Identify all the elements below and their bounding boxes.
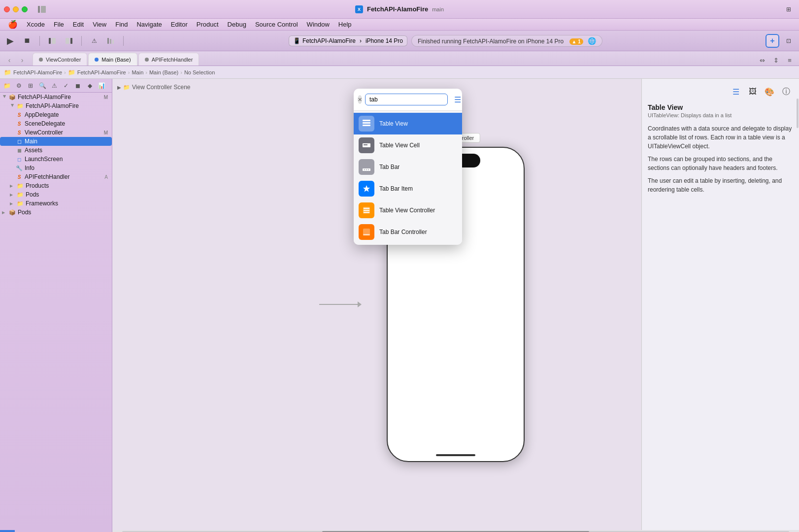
breadcrumb-item-3[interactable]: Main — [132, 69, 143, 75]
svg-rect-3 — [52, 38, 56, 44]
menu-help[interactable]: Help — [334, 20, 356, 29]
tab-viewcontroller[interactable]: ViewController — [33, 53, 87, 66]
maximize-button[interactable] — [22, 6, 28, 12]
close-button[interactable] — [4, 6, 10, 12]
obj-lib-close-button[interactable]: ✕ — [358, 95, 362, 104]
apifetch-badge: A — [104, 174, 108, 180]
apifetch-icon: S — [16, 173, 23, 180]
code-coverage-icon[interactable] — [104, 34, 117, 47]
sidebar-item-frameworks[interactable]: ▶ 📁 Frameworks — [0, 199, 112, 208]
split-editor-horizontal-icon[interactable]: ⇔ — [757, 55, 767, 66]
inspector-layout-icon[interactable]: ⊡ — [782, 34, 795, 47]
sidebar-item-pods[interactable]: ▶ 📁 Pods — [0, 190, 112, 199]
sidebar-toggle-icon[interactable] — [35, 3, 48, 16]
desc-image-view-btn[interactable]: 🖼 — [746, 85, 760, 99]
menu-find[interactable]: Find — [111, 20, 132, 29]
menu-file[interactable]: File — [50, 20, 68, 29]
tab-label-api: APIFetchHandler — [152, 57, 193, 63]
breadcrumb-item-2[interactable]: FetchAPI-AlamoFire — [77, 69, 126, 75]
breadcrumb-sep-4: › — [180, 69, 182, 75]
desc-filter-btn[interactable]: 🎨 — [763, 85, 776, 99]
show-warnings-icon[interactable]: ⚠ — [88, 34, 100, 47]
project-label: FetchAPI-AlamoFire — [26, 102, 108, 109]
storyboard-canvas[interactable]: ▶ 📁 View Controller Scene View Controlle… — [112, 79, 799, 530]
sidebar-item-scenedelegate[interactable]: S SceneDelegate — [0, 119, 112, 128]
obj-lib-item-table-view[interactable]: Table View — [354, 113, 462, 134]
obj-lib-grid-view-btn[interactable]: ☰ — [451, 93, 462, 106]
svg-marker-18 — [363, 185, 370, 192]
breadcrumb-sep-1: › — [64, 69, 66, 75]
add-library-button[interactable]: + — [766, 34, 779, 48]
menu-navigate[interactable]: Navigate — [133, 20, 166, 29]
svg-rect-10 — [363, 122, 370, 124]
menu-edit[interactable]: Edit — [69, 20, 88, 29]
scheme-selector[interactable]: 📱 FetchAPI-AlamoFire › iPhone 14 Pro — [289, 35, 407, 46]
vc-badge: M — [104, 130, 108, 135]
sidebar-item-root[interactable]: ▶ 📦 FetchAPI-AlamoFire M — [0, 93, 112, 101]
apple-menu[interactable]: 🍎 — [4, 20, 22, 29]
split-editor-vertical-icon[interactable]: ⇕ — [770, 55, 781, 66]
svg-rect-2 — [49, 38, 51, 44]
tab-apifetchhandler[interactable]: APIFetchHandler — [138, 53, 200, 66]
nav-forward-icon[interactable]: › — [17, 55, 28, 66]
sidebar-item-project[interactable]: ▶ 📁 FetchAPI-AlamoFire — [0, 101, 112, 110]
svg-rect-5 — [70, 38, 72, 44]
scene-disclosure[interactable]: ▶ 📁 View Controller Scene — [117, 84, 191, 91]
menu-view[interactable]: View — [89, 20, 110, 29]
nav-breakpoint-icon[interactable]: ◆ — [85, 81, 95, 91]
minimize-button[interactable] — [13, 6, 19, 12]
stop-button[interactable]: ■ — [21, 34, 33, 47]
menu-product[interactable]: Product — [193, 20, 223, 29]
menu-debug[interactable]: Debug — [224, 20, 250, 29]
title-bar: X FetchAPI-AlamoFire main ⊞ — [0, 0, 799, 19]
obj-lib-item-tab-bar-item[interactable]: Tab Bar Item — [354, 178, 462, 200]
obj-lib-item-table-view-controller[interactable]: Table View Controller — [354, 200, 462, 221]
nav-find-icon[interactable]: 🔍 — [37, 81, 47, 91]
sidebar-item-appdelegate[interactable]: S AppDelegate — [0, 110, 112, 119]
main-layout: 📁 ⚙ ⊞ 🔍 ⚠ ✓ ◼ ◆ 📊 ▶ 📦 FetchAPI-AlamoFire… — [0, 79, 799, 532]
sidebar-item-info[interactable]: 🔧 Info — [0, 164, 112, 172]
desc-list-view-btn[interactable]: ☰ — [729, 85, 743, 99]
nav-file-icon[interactable]: 📁 — [2, 81, 12, 91]
sidebar-item-pods-root[interactable]: ▶ 📦 Pods — [0, 208, 112, 217]
assets-label: Assets — [25, 147, 108, 154]
title-bar-right: ⊞ — [782, 3, 795, 16]
nav-test-icon[interactable]: ✓ — [61, 81, 71, 91]
svg-point-15 — [364, 169, 365, 170]
sidebar-item-viewcontroller[interactable]: S ViewController M — [0, 128, 112, 137]
breadcrumb-item-1[interactable]: FetchAPI-AlamoFire — [13, 69, 62, 75]
toggle-navigator-icon[interactable] — [46, 34, 59, 47]
expand-root-icon: ▶ — [2, 95, 7, 100]
nav-source-icon[interactable]: ⚙ — [14, 81, 24, 91]
desc-body: Coordinates with a data source and deleg… — [648, 124, 793, 194]
canvas-horizontal-scrollbar[interactable] — [112, 530, 799, 532]
products-folder-icon: 📁 — [17, 182, 24, 189]
tab-main-base[interactable]: Main (Base) — [88, 53, 137, 66]
nav-issue-icon[interactable]: ⚠ — [49, 81, 59, 91]
obj-lib-item-tab-bar[interactable]: Tab Bar — [354, 156, 462, 178]
obj-lib-item-tab-bar-controller[interactable]: Tab Bar Controller — [354, 221, 462, 243]
sidebar-item-products[interactable]: ▶ 📁 Products — [0, 181, 112, 190]
nav-symbol-icon[interactable]: ⊞ — [26, 81, 35, 91]
toggle-inspector-icon[interactable] — [63, 34, 75, 47]
menu-source-control[interactable]: Source Control — [251, 20, 302, 29]
svg-point-25 — [365, 234, 366, 235]
nav-debug-icon[interactable]: ◼ — [73, 81, 83, 91]
sidebar-item-launchscreen[interactable]: ◻ LaunchScreen — [0, 155, 112, 164]
sidebar-item-assets[interactable]: ◼ Assets — [0, 146, 112, 155]
nav-report-icon[interactable]: 📊 — [97, 81, 106, 91]
obj-lib-search-input[interactable] — [365, 94, 448, 105]
run-button[interactable]: ▶ — [4, 34, 17, 47]
menu-editor[interactable]: Editor — [167, 20, 192, 29]
menu-xcode[interactable]: Xcode — [23, 20, 49, 29]
nav-back-icon[interactable]: ‹ — [4, 55, 15, 66]
sidebar-item-apifetchhandler[interactable]: S APIFetchHandler A — [0, 172, 112, 181]
menu-window[interactable]: Window — [303, 20, 333, 29]
split-view-icon[interactable]: ⊞ — [782, 3, 795, 16]
obj-lib-item-table-view-cell[interactable]: Table View Cell — [354, 134, 462, 156]
progress-bar — [0, 530, 15, 532]
desc-info-btn[interactable]: ⓘ — [779, 85, 793, 99]
sidebar-item-main[interactable]: ◻ Main — [0, 137, 112, 146]
editor-options-icon[interactable]: ≡ — [784, 55, 795, 66]
breadcrumb-item-4[interactable]: Main (Base) — [149, 69, 178, 75]
